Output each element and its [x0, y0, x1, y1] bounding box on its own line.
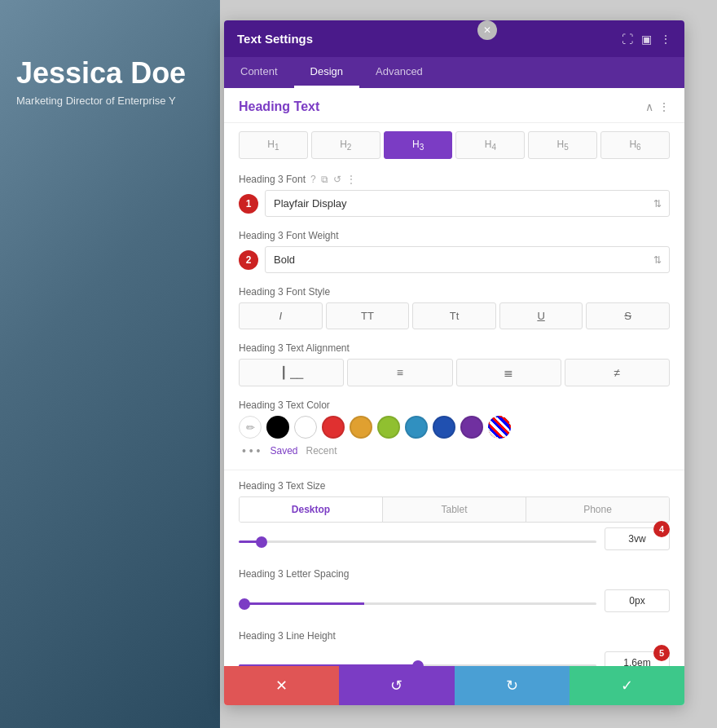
saved-tab[interactable]: Saved — [270, 445, 297, 457]
heading-level-tabs: H1 H2 H3 H4 H5 H6 — [224, 123, 684, 167]
text-size-label: Heading 3 Text Size — [239, 480, 670, 492]
letter-spacing-slider-wrap — [239, 593, 596, 608]
tab-advanced[interactable]: Advanced — [359, 57, 439, 88]
tablet-tab[interactable]: Tablet — [383, 497, 526, 522]
section-title: Heading Text — [239, 99, 319, 114]
text-color-setting: Heading 3 Text Color ✏ • • • Saved Recen… — [224, 393, 684, 466]
align-justify-button[interactable]: ≠ — [565, 359, 670, 386]
font-weight-select-wrapper: 2 Bold ⇅ — [239, 246, 670, 273]
fullscreen-icon[interactable]: ⛶ — [622, 33, 633, 46]
h3-tab[interactable]: H3 — [384, 131, 453, 159]
text-alignment-setting: Heading 3 Text Alignment ┃ ⎯⎯ ≡ ≣ ≠ — [224, 336, 684, 393]
line-height-slider-wrap — [239, 655, 596, 666]
section-header: Heading Text ∧ ⋮ — [224, 88, 684, 123]
font-select[interactable]: Playfair Display — [265, 190, 670, 217]
text-color-label: Heading 3 Text Color — [239, 399, 670, 411]
more-icon[interactable]: ⋮ — [660, 33, 671, 46]
cancel-button[interactable]: ✕ — [224, 666, 339, 705]
color-swatch-blue[interactable] — [433, 416, 455, 439]
font-help-icon[interactable]: ? — [310, 174, 316, 185]
font-reset-icon[interactable]: ↺ — [333, 174, 341, 185]
h6-tab[interactable]: H6 — [600, 131, 670, 159]
section-controls: ∧ ⋮ — [645, 100, 670, 113]
confirm-button[interactable]: ✓ — [570, 666, 684, 705]
eyedropper-button[interactable]: ✏ — [239, 416, 262, 439]
divider-1 — [224, 470, 684, 470]
collapse-button[interactable]: ∧ — [645, 100, 653, 113]
text-settings-panel: Text Settings ⛶ ▣ ⋮ Content Design Advan… — [224, 20, 684, 705]
font-weight-label: Heading 3 Font Weight — [239, 230, 670, 241]
panel-close-button[interactable]: ✕ — [477, 20, 497, 40]
phone-tab[interactable]: Phone — [526, 497, 669, 522]
panel-title: Text Settings — [237, 32, 313, 46]
device-tabs: Desktop Tablet Phone — [239, 496, 670, 523]
line-height-slider[interactable] — [239, 664, 596, 666]
font-style-setting: Heading 3 Font Style I TT Tt U S — [224, 280, 684, 336]
person-title: Marketing Director of Enterprise Y — [16, 95, 186, 107]
color-swatch-cyan[interactable] — [405, 416, 428, 439]
step-1-badge: 1 — [239, 194, 258, 214]
h2-tab[interactable]: H2 — [311, 131, 380, 159]
align-right-button[interactable]: ≣ — [456, 359, 561, 386]
color-swatch-white[interactable] — [294, 416, 317, 439]
align-left-button[interactable]: ┃ ⎯⎯ — [239, 359, 344, 386]
saved-recent-row: Saved Recent — [270, 442, 337, 460]
text-size-slider-row: 4 — [239, 523, 670, 555]
font-select-wrapper: 1 Playfair Display ⇅ — [239, 190, 670, 217]
font-more-icon[interactable]: ⋮ — [346, 174, 356, 185]
color-swatch-yellow-green[interactable] — [377, 416, 400, 439]
font-weight-setting: Heading 3 Font Weight 2 Bold ⇅ — [224, 223, 684, 280]
strikethrough-button[interactable]: S — [586, 302, 670, 329]
text-size-value-wrap: 4 — [605, 527, 670, 550]
color-swatch-multicolor[interactable] — [488, 416, 511, 439]
underline-button[interactable]: U — [499, 302, 583, 329]
text-alignment-label: Heading 3 Text Alignment — [239, 342, 670, 354]
section-more-button[interactable]: ⋮ — [658, 100, 670, 113]
font-copy-icon[interactable]: ⧉ — [321, 174, 328, 185]
uppercase-button[interactable]: TT — [326, 302, 410, 329]
capitalize-button[interactable]: Tt — [412, 302, 496, 329]
line-height-setting: Heading 3 Line Height 5 — [224, 624, 684, 666]
letter-spacing-value-wrap — [605, 589, 670, 612]
background-overlay: Jessica Doe Marketing Director of Enterp… — [0, 0, 220, 728]
color-swatch-orange[interactable] — [350, 416, 372, 439]
letter-spacing-slider-row — [239, 585, 670, 617]
text-size-slider[interactable] — [239, 540, 596, 543]
person-info: Jessica Doe Marketing Director of Enterp… — [0, 41, 202, 123]
letter-spacing-label: Heading 3 Letter Spacing — [239, 568, 670, 580]
font-style-buttons: I TT Tt U S — [239, 302, 670, 329]
line-height-slider-row: 5 — [239, 646, 670, 666]
bottom-bar: ✕ ↺ ↻ ✓ — [224, 666, 684, 705]
font-weight-select[interactable]: Bold — [265, 246, 670, 273]
letter-spacing-slider[interactable] — [239, 602, 596, 605]
font-setting: Heading 3 Font ? ⧉ ↺ ⋮ 1 Playfair Displa… — [224, 167, 684, 223]
person-name: Jessica Doe — [16, 57, 186, 90]
color-swatch-black[interactable] — [266, 416, 289, 439]
recent-tab[interactable]: Recent — [306, 445, 337, 457]
italic-button[interactable]: I — [239, 302, 323, 329]
alignment-buttons: ┃ ⎯⎯ ≡ ≣ ≠ — [239, 359, 670, 386]
desktop-tab[interactable]: Desktop — [240, 497, 383, 522]
letter-spacing-input[interactable] — [605, 589, 670, 612]
color-swatch-red[interactable] — [322, 416, 345, 439]
line-height-value-wrap: 5 — [605, 651, 670, 666]
h5-tab[interactable]: H5 — [528, 131, 597, 159]
redo-button[interactable]: ↻ — [455, 666, 570, 705]
line-height-label: Heading 3 Line Height — [239, 630, 670, 642]
header-icons: ⛶ ▣ ⋮ — [622, 33, 671, 46]
panel-header: Text Settings ⛶ ▣ ⋮ — [224, 20, 684, 57]
color-swatches-row: ✏ — [239, 416, 670, 439]
align-center-button[interactable]: ≡ — [347, 359, 452, 386]
letter-spacing-setting: Heading 3 Letter Spacing — [224, 562, 684, 624]
layout-icon[interactable]: ▣ — [641, 33, 652, 46]
font-style-label: Heading 3 Font Style — [239, 286, 670, 298]
tab-design[interactable]: Design — [294, 57, 359, 88]
color-swatch-purple[interactable] — [460, 416, 483, 439]
h4-tab[interactable]: H4 — [455, 131, 525, 159]
reset-button[interactable]: ↺ — [339, 666, 454, 705]
h1-tab[interactable]: H1 — [239, 131, 308, 159]
more-colors-button[interactable]: • • • — [239, 443, 263, 459]
tab-bar: Content Design Advanced — [224, 57, 684, 88]
tab-content[interactable]: Content — [224, 57, 294, 88]
step-2-badge: 2 — [239, 250, 258, 270]
